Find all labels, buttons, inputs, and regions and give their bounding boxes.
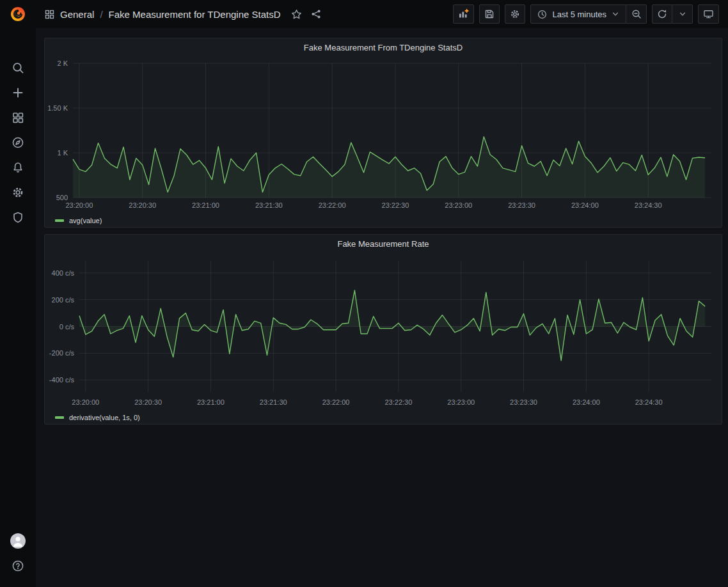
share-icon [311,9,321,19]
zoom-out-icon [631,9,642,19]
svg-text:-200 c/s: -200 c/s [49,349,75,357]
time-range-label: Last 5 minutes [552,10,606,19]
topbar: General / Fake Measurement for TDengine … [36,0,728,28]
breadcrumb: General / Fake Measurement for TDengine … [45,9,281,20]
chart-legend: avg(value) [45,213,722,228]
legend-series-label[interactable]: avg(value) [69,217,102,224]
breadcrumb-folder[interactable]: General [60,9,94,20]
sidebar-item-alerting[interactable] [0,155,36,180]
topbar-actions: Last 5 minutes [453,4,719,24]
breadcrumb-separator: / [100,9,102,20]
time-range-picker[interactable]: Last 5 minutes [530,4,626,24]
add-panel-icon [458,9,469,19]
refresh-controls [652,4,693,24]
panel-title[interactable]: Fake Measurement Rate [45,235,722,253]
svg-text:0 c/s: 0 c/s [59,323,75,331]
sidebar-bottom [0,528,36,578]
zoom-out-button[interactable] [626,4,647,24]
sidebar-item-help[interactable] [0,553,36,578]
refresh-button[interactable] [652,4,672,24]
legend-swatch[interactable] [55,416,64,419]
compass-icon [12,136,24,149]
svg-text:23:22:30: 23:22:30 [382,201,409,209]
refresh-interval-caret[interactable] [672,4,693,24]
svg-text:23:23:00: 23:23:00 [447,398,475,406]
svg-text:23:22:30: 23:22:30 [384,398,412,406]
svg-text:23:24:30: 23:24:30 [635,201,662,209]
svg-text:23:21:00: 23:21:00 [197,398,225,406]
svg-text:23:20:30: 23:20:30 [129,201,156,209]
svg-text:200 c/s: 200 c/s [52,296,75,304]
share-button[interactable] [311,9,321,19]
legend-series-label[interactable]: derivative(value, 1s, 0) [69,414,140,421]
chevron-down-icon [679,10,686,18]
svg-text:1 K: 1 K [57,149,68,157]
svg-text:23:23:00: 23:23:00 [445,201,472,209]
svg-text:23:20:00: 23:20:00 [65,201,93,209]
sidebar-item-server-admin[interactable] [0,205,36,230]
svg-text:23:24:00: 23:24:00 [571,201,599,209]
svg-text:23:21:30: 23:21:30 [255,201,283,209]
svg-text:23:23:30: 23:23:30 [508,201,535,209]
avatar [10,533,26,549]
time-controls: Last 5 minutes [530,4,647,24]
svg-text:23:22:00: 23:22:00 [322,398,350,406]
grafana-logo[interactable] [9,0,27,28]
sidebar-item-search[interactable] [0,55,36,80]
bell-icon [12,161,24,174]
timeseries-chart[interactable]: 5001 K1.50 K2 K23:20:0023:20:3023:21:002… [45,56,722,213]
dashboards-grid-icon [12,111,24,124]
svg-text:23:21:30: 23:21:30 [260,398,287,406]
sidebar-item-dashboards[interactable] [0,105,36,130]
save-icon [484,9,495,19]
svg-text:23:22:00: 23:22:00 [319,201,346,209]
legend-swatch[interactable] [55,219,64,222]
gear-icon [12,186,24,199]
svg-text:1.50 K: 1.50 K [47,104,68,112]
save-dashboard-button[interactable] [479,4,500,24]
chart-svg: 5001 K1.50 K2 K23:20:0023:20:3023:21:002… [45,56,722,213]
svg-text:23:20:30: 23:20:30 [134,398,162,406]
settings-gear-icon [510,9,520,19]
clock-icon [537,10,547,19]
svg-text:500: 500 [56,194,68,201]
sidebar-item-profile[interactable] [0,528,36,553]
chart-svg: -400 c/s-200 c/s0 c/s200 c/s400 c/s23:20… [45,253,722,410]
sidebar-nav [0,55,36,230]
main-area: General / Fake Measurement for TDengine … [36,0,728,587]
person-icon [10,533,26,549]
sidebar-item-configuration[interactable] [0,180,36,205]
panel-fake-measurement-rate: Fake Measurement Rate -400 c/s-200 c/s0 … [44,234,722,425]
dashboard-settings-button[interactable] [505,4,525,24]
panel-fake-measurement: Fake Measurement From TDengine StatsD 50… [44,38,722,228]
title-actions [291,9,321,20]
star-button[interactable] [291,9,302,20]
sidebar [0,0,36,587]
timeseries-chart[interactable]: -400 c/s-200 c/s0 c/s200 c/s400 c/s23:20… [45,253,722,410]
svg-text:23:24:00: 23:24:00 [573,398,600,406]
svg-text:23:20:00: 23:20:00 [72,398,99,406]
svg-text:23:21:00: 23:21:00 [192,201,219,209]
refresh-icon [657,9,667,19]
dashboard-canvas: Fake Measurement From TDengine StatsD 50… [36,28,728,587]
breadcrumb-apps-icon [45,10,54,19]
add-panel-button[interactable] [453,4,474,24]
svg-text:2 K: 2 K [57,59,68,67]
breadcrumb-dashboard-title[interactable]: Fake Measurement for TDengine StatsD [109,9,281,20]
svg-text:23:23:30: 23:23:30 [510,398,537,406]
help-question-icon [12,560,24,572]
shield-icon [12,211,24,224]
star-icon [291,9,302,20]
chart-legend: derivative(value, 1s, 0) [45,410,722,425]
kiosk-mode-button[interactable] [698,4,719,24]
monitor-icon [703,9,714,19]
grafana-flame-icon [9,5,27,23]
chevron-down-icon [612,10,619,18]
svg-text:23:24:30: 23:24:30 [635,398,663,406]
sidebar-item-explore[interactable] [0,130,36,155]
search-icon [12,61,24,74]
plus-icon [12,86,24,99]
svg-text:-400 c/s: -400 c/s [49,376,75,384]
panel-title[interactable]: Fake Measurement From TDengine StatsD [45,38,722,56]
sidebar-item-create[interactable] [0,80,36,105]
